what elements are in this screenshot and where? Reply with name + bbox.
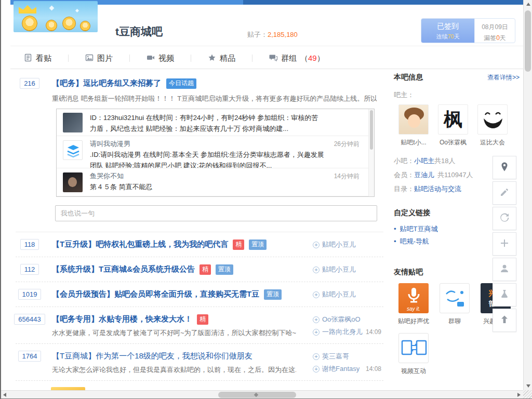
friend-bar-item[interactable]: 视频互动 [394, 333, 433, 376]
tab-label: 图片 [97, 54, 113, 63]
thread-title-link[interactable]: 【T豆商城】作为第一个18级的吧友，我想说和你们做朋友 [52, 351, 252, 361]
commenter-avatar[interactable] [63, 113, 83, 132]
toolbar-add-button[interactable] [493, 232, 516, 256]
scroll-down-arrow[interactable] [524, 382, 532, 390]
vertical-scrollbar-thumb[interactable] [525, 10, 531, 72]
thread-author-link[interactable]: 贴吧小豆儿 [322, 290, 356, 299]
friend-bar-name: 贴吧好声优 [394, 317, 433, 326]
floating-toolbar [493, 156, 517, 334]
owner-avatar[interactable]: 枫 [438, 104, 468, 135]
user-plus-icon [313, 242, 320, 248]
thread-last-reply: 谢绝Fantasy 14:08 [313, 364, 381, 374]
thread-author: 英三嘉哥 [313, 352, 349, 361]
resize-corner [523, 390, 532, 399]
custom-link[interactable]: 贴吧T豆商城 [400, 225, 438, 233]
reply-count: 112 [20, 264, 39, 275]
tab-groups[interactable]: 群组 （49） [266, 54, 328, 63]
thread-row: 112 【系统升级】T豆商城&会员系统升级公告 精 置顶 贴吧小豆儿 [16, 257, 383, 282]
panel-scrollbar[interactable] [368, 109, 374, 196]
commenter-avatar[interactable] [63, 140, 83, 160]
last-replier-link[interactable]: 谢绝Fantasy [322, 364, 360, 374]
toolbar-user-button[interactable] [493, 258, 516, 281]
video-bar-icon[interactable] [398, 333, 429, 363]
scroll-right-arrow[interactable] [514, 391, 523, 399]
vertical-scrollbar[interactable] [523, 0, 532, 390]
scroll-up-arrow[interactable] [524, 0, 532, 8]
tab-label: 群组 [281, 54, 297, 63]
window-edge [0, 0, 1, 399]
scroll-left-arrow[interactable] [0, 391, 9, 399]
coin-icon [22, 16, 37, 31]
group-chat-icon [269, 54, 277, 63]
bar-owner-item[interactable]: 贴吧t小... [394, 104, 433, 147]
custom-link[interactable]: 吧规-导航 [400, 237, 429, 245]
horizontal-scrollbar[interactable] [0, 390, 523, 399]
friend-bar-item[interactable]: 群聊 [435, 283, 474, 326]
toolbar-compose-button[interactable] [493, 181, 516, 205]
assistants-link[interactable]: 小吧主 [414, 157, 434, 165]
thread-title-link[interactable]: 【系统升级】T豆商城&会员系统升级公告 [52, 264, 195, 274]
bar-owner-item[interactable]: 逗比大会 [473, 104, 512, 147]
right-arrow-icon [517, 393, 521, 397]
posts-label: 贴子： [247, 31, 268, 38]
today-topic-panel: ID：123hui321hui 在线时间：有时24小时，有时24秒钟 参加组织：… [56, 109, 375, 197]
toolbar-feedback-button[interactable] [493, 283, 516, 307]
bar-owner-label: 吧主： [394, 90, 520, 100]
posts-count: 2,185,180 [268, 31, 298, 38]
thread-author-link[interactable]: 英三嘉哥 [322, 352, 349, 361]
tab-videos[interactable]: 视频 [143, 54, 177, 63]
group-chat-bar-icon[interactable] [440, 283, 470, 313]
featured-badge: 精 [233, 240, 244, 250]
tab-separator [68, 55, 69, 62]
sayit-icon-text: say it. [398, 306, 429, 312]
signed-in-button[interactable]: 已签到 连续70天 [421, 19, 474, 43]
thread-author-link[interactable]: Oo张霖枫oO [322, 315, 361, 324]
thread-title-link[interactable]: 【会员升级预告】贴吧会员即将全面升级，直接购买无需T豆 [52, 289, 259, 299]
comment-time: 26分钟前 [334, 140, 360, 149]
thread-title-link[interactable]: 【吧务】逗比吧务组又来招募了 [52, 78, 161, 88]
thread-author: 贴吧小豆儿 [313, 290, 356, 299]
coin-icon [62, 17, 76, 30]
directory-link[interactable]: 贴吧活动与交流 [414, 185, 461, 193]
thread-title-link[interactable]: 【T豆升级】吧特权礼包重磅上线，我为我的吧代言 [52, 240, 228, 249]
tab-view-posts[interactable]: 看贴 [21, 54, 55, 63]
thread-title-link[interactable]: 【吧务专用】水贴专用楼，快来发大水！ [52, 314, 192, 324]
today-topic-badge: 今日话题 [166, 78, 196, 89]
tab-label: 视频 [158, 54, 174, 63]
reply-count: 1764 [18, 351, 42, 362]
user-plus-icon [313, 291, 320, 298]
commenter-name-link[interactable]: 鱼哭你不知 [90, 171, 124, 181]
panel-scrollbar-thumb[interactable] [370, 110, 373, 150]
toolbar-back-to-top-button[interactable] [493, 309, 516, 332]
toolbar-refresh-button[interactable] [493, 207, 516, 230]
owner-name: 逗比大会 [473, 138, 512, 147]
comment-item: ID：123hui321hui 在线时间：有时24小时，有时24秒钟 参加组织：… [57, 109, 374, 136]
feng-glyph: 枫 [444, 107, 462, 132]
members-link[interactable]: 豆油儿 [414, 171, 434, 179]
commenter-name-link[interactable]: 请叫我动漫男 [90, 139, 130, 149]
view-details-link[interactable]: 查看详情>> [487, 73, 520, 82]
tab-separator [191, 55, 191, 62]
thread-author-link[interactable]: 贴吧小豆儿 [322, 265, 356, 274]
commenter-avatar[interactable] [63, 172, 83, 192]
tab-featured[interactable]: 精品 [205, 54, 238, 63]
horizontal-scrollbar-thumb[interactable] [218, 392, 296, 398]
thread-author-link[interactable]: 贴吧小豆儿 [322, 240, 356, 249]
tab-separator [252, 55, 252, 62]
quick-reply-input[interactable] [55, 205, 377, 221]
friend-bar-item[interactable]: say it. 贴吧好声优 [394, 283, 433, 326]
tab-images[interactable]: 图片 [82, 54, 116, 63]
last-reply-time: 14:08 [366, 365, 381, 373]
sayit-bar-icon[interactable]: say it. [398, 283, 429, 313]
reply-count: 118 [20, 239, 39, 250]
reply-count: 656443 [14, 314, 45, 325]
bar-owner-item[interactable]: 枫 Oo张霖枫 [433, 104, 473, 147]
comment-text: .ID:请叫我动漫男 在线时间:基本全天 参加组织:生活分类审核志愿者，兴趣发展 [90, 150, 360, 159]
browser-window: t豆商城吧 贴子：2,185,180 已签到 连续70天 08月09日 漏签0天 [0, 0, 532, 399]
toolbar-location-button[interactable] [493, 156, 516, 179]
forum-avatar[interactable] [14, 1, 98, 32]
last-replier-link[interactable]: 一路向北身儿 [322, 327, 363, 337]
pinned-badge: 置顶 [264, 289, 282, 300]
owner-avatar[interactable] [398, 104, 429, 135]
owner-avatar[interactable] [477, 104, 508, 135]
